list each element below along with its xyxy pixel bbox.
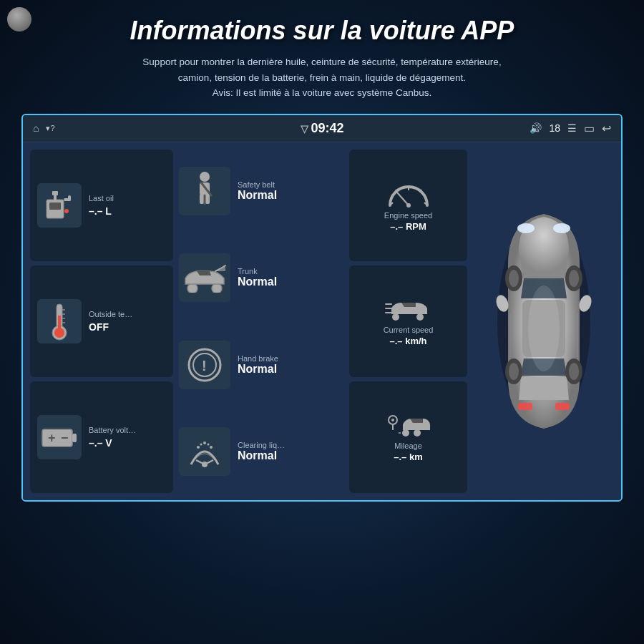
engine-speed-value: –.– RPM <box>390 221 426 232</box>
hand-brake-label: Hand brake <box>238 354 278 363</box>
trunk-row: Trunk Normal <box>179 236 343 319</box>
mileage-value: –.– km <box>394 452 422 462</box>
clearing-liq-value: Normal <box>238 449 285 462</box>
wifi-icon: ▾? <box>46 124 54 133</box>
svg-point-32 <box>210 446 213 449</box>
svg-rect-21 <box>200 194 204 204</box>
fuel-pump-icon <box>37 183 82 228</box>
speed-car-icon <box>384 296 433 323</box>
thermometer-icon <box>37 299 82 343</box>
hand-brake-text: Hand brake Normal <box>238 354 278 376</box>
svg-text:!: ! <box>202 358 207 374</box>
engine-speed-label: Engine speed <box>384 211 432 220</box>
svg-point-26 <box>212 283 222 293</box>
volume-value: 18 <box>549 122 560 134</box>
battery-volt-card: + − Battery volt… –.– V <box>30 381 173 493</box>
svg-point-72 <box>509 363 519 380</box>
safety-belt-value: Normal <box>238 189 277 202</box>
outside-temp-card: Outside te… OFF <box>30 265 173 377</box>
svg-text:+: + <box>48 431 56 445</box>
speedometer-icon <box>386 178 431 208</box>
svg-point-66 <box>528 286 560 371</box>
status-bar: ⌂ ▾? ▽ 09:42 🔊 18 ☰ ▭ ↩ <box>23 115 621 142</box>
svg-point-44 <box>406 203 411 208</box>
last-oil-text: Last oil –.– L <box>89 194 114 217</box>
svg-point-33 <box>200 444 203 446</box>
outside-temp-label: Outside te… <box>89 310 132 318</box>
svg-rect-16 <box>72 434 77 442</box>
safety-belt-text: Safety belt Normal <box>238 180 277 202</box>
back-icon[interactable]: ↩ <box>602 122 611 135</box>
hand-brake-value: Normal <box>238 363 278 376</box>
left-column: Last oil –.– L <box>30 150 173 493</box>
screen-frame: ⌂ ▾? ▽ 09:42 🔊 18 ☰ ▭ ↩ <box>21 114 623 502</box>
battery-volt-text: Battery volt… –.– V <box>89 426 136 449</box>
window-icon[interactable]: ▭ <box>584 122 595 135</box>
svg-point-34 <box>208 444 210 446</box>
svg-point-48 <box>392 313 399 321</box>
svg-rect-3 <box>52 191 58 195</box>
trunk-label: Trunk <box>238 267 277 275</box>
svg-point-74 <box>569 363 579 380</box>
current-speed-value: –.– km/h <box>389 336 426 346</box>
svg-point-70 <box>569 270 579 287</box>
car-top-view <box>487 207 601 436</box>
svg-rect-5 <box>68 195 71 201</box>
home-icon[interactable]: ⌂ <box>33 122 39 134</box>
svg-rect-60 <box>518 403 532 410</box>
outside-temp-value: OFF <box>89 321 132 333</box>
handbrake-icon: ! <box>179 341 230 389</box>
svg-rect-1 <box>49 203 61 210</box>
battery-volt-label: Battery volt… <box>89 426 136 434</box>
svg-point-51 <box>391 419 394 421</box>
time-display: 09:42 <box>311 121 343 135</box>
signal-icon: ▽ <box>301 123 311 135</box>
svg-point-54 <box>402 429 409 436</box>
clearing-liq-text: Clearing liq… Normal <box>238 441 285 462</box>
hand-brake-row: ! Hand brake Normal <box>179 323 343 406</box>
menu-icon[interactable]: ☰ <box>567 122 577 134</box>
trunk-value: Normal <box>238 275 277 288</box>
volume-icon: 🔊 <box>530 122 542 134</box>
safety-belt-label: Safety belt <box>238 180 277 189</box>
svg-point-58 <box>517 223 535 233</box>
outside-temp-text: Outside te… OFF <box>89 310 132 333</box>
svg-rect-22 <box>205 194 210 204</box>
current-speed-card: Current speed –.– km/h <box>349 265 467 377</box>
page-title: Informations sur la voiture APP <box>0 0 644 52</box>
main-area: Last oil –.– L <box>23 142 621 500</box>
svg-point-59 <box>553 223 570 233</box>
svg-line-43 <box>397 192 409 205</box>
subtitle: Support pour montrer la dernière huile, … <box>0 52 644 114</box>
right-data-column: Engine speed –.– RPM <box>349 150 467 493</box>
svg-rect-20 <box>200 182 210 195</box>
svg-point-25 <box>187 283 197 293</box>
last-oil-label: Last oil <box>89 194 114 203</box>
current-speed-label: Current speed <box>384 326 434 334</box>
safety-belt-row: Safety belt Normal <box>179 150 343 233</box>
battery-icon: + − <box>37 415 82 459</box>
seatbelt-icon <box>179 167 230 215</box>
svg-point-31 <box>203 441 206 444</box>
car-image-column <box>473 150 614 493</box>
svg-point-49 <box>416 313 424 321</box>
mileage-card: Mileage –.– km <box>349 381 467 493</box>
svg-point-30 <box>197 446 200 449</box>
mileage-icon <box>384 411 433 439</box>
svg-point-68 <box>509 270 519 287</box>
mid-column: Safety belt Normal <box>179 150 343 493</box>
last-oil-value: –.– L <box>89 205 114 217</box>
svg-point-6 <box>64 209 69 213</box>
trunk-icon <box>179 253 230 302</box>
svg-point-10 <box>54 328 64 338</box>
washer-icon <box>179 427 230 476</box>
svg-text:−: − <box>61 431 69 445</box>
svg-point-53 <box>414 429 421 436</box>
mileage-label: Mileage <box>394 441 422 450</box>
svg-point-19 <box>200 172 210 182</box>
svg-rect-61 <box>555 403 570 410</box>
trunk-text: Trunk Normal <box>238 267 277 288</box>
battery-volt-value: –.– V <box>89 437 136 449</box>
clearing-liq-row: Clearing liq… Normal <box>179 410 343 493</box>
engine-speed-card: Engine speed –.– RPM <box>349 150 467 261</box>
